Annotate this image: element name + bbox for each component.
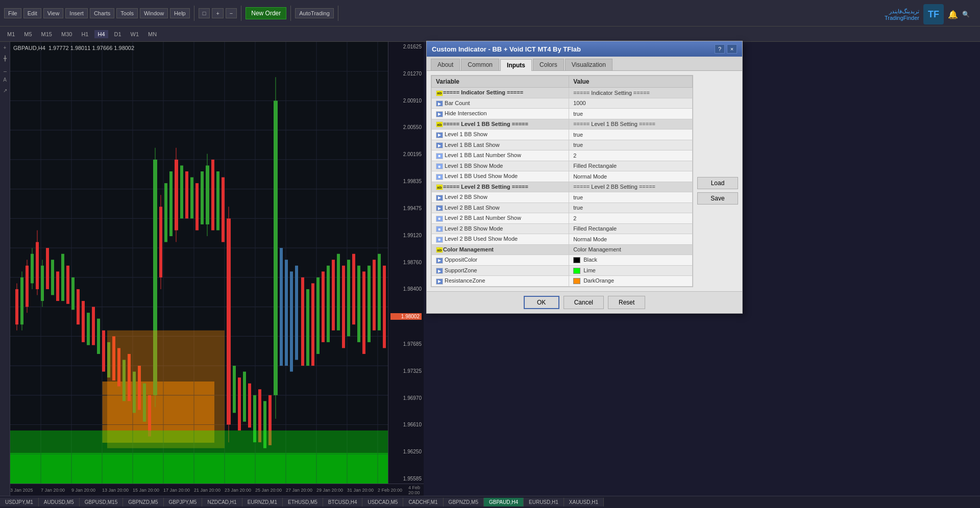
modal-titlebar: Custom Indicator - BB + Void ICT MT4 By … bbox=[427, 41, 742, 57]
table-row: ■ Level 1 BB Show ModeFilled Rectangale bbox=[432, 161, 693, 171]
svg-rect-77 bbox=[222, 177, 225, 242]
view-menu[interactable]: View bbox=[43, 8, 64, 18]
symbol-tab-gbpjpym5[interactable]: GBPJPY,M5 bbox=[164, 498, 203, 506]
tf-mn[interactable]: MN bbox=[145, 30, 160, 38]
notification-icon[interactable]: 🔔 bbox=[948, 10, 958, 19]
tf-m30[interactable]: M30 bbox=[58, 30, 75, 38]
table-row: ▶ Level 1 BB Showtrue bbox=[432, 130, 693, 140]
symbol-tab-xauusdh1[interactable]: XAUUSD,H1 bbox=[564, 498, 604, 506]
svg-rect-69 bbox=[185, 171, 188, 218]
symbol-tab-nzdcadh1[interactable]: NZDCAD,H1 bbox=[202, 498, 242, 506]
time-label-6: 17 Jan 20:00 bbox=[163, 488, 190, 493]
time-label-8: 23 Jan 20:00 bbox=[225, 488, 251, 493]
table-row: ▶ Hide Intersectiontrue bbox=[432, 109, 693, 119]
symbol-tab-gbpusdm15[interactable]: GBPUSD,M15 bbox=[80, 498, 123, 506]
symbol-tab-usdjpym1[interactable]: USDJPY,M1 bbox=[0, 498, 39, 506]
table-row: ▶ ResistanceZoneDarkOrange bbox=[432, 276, 693, 287]
modal-close-button[interactable]: × bbox=[727, 44, 737, 54]
cancel-button[interactable]: Cancel bbox=[564, 296, 604, 309]
modal-dialog: Custom Indicator - BB + Void ICT MT4 By … bbox=[426, 41, 743, 314]
window-menu[interactable]: Window bbox=[140, 8, 168, 18]
price-1-99475: 1.99475 bbox=[390, 206, 422, 211]
arrow-icon[interactable]: ↗ bbox=[2, 87, 8, 94]
current-price-label: 1.98002 bbox=[390, 313, 422, 320]
left-sidebar: + ╋ ⎯ A ↗ bbox=[0, 42, 10, 508]
crosshair-icon[interactable]: ╋ bbox=[3, 55, 8, 62]
time-label-3: 9 Jan 20:00 bbox=[71, 488, 95, 493]
tab-common[interactable]: Common bbox=[461, 59, 499, 70]
tab-visualization[interactable]: Visualization bbox=[565, 59, 612, 70]
text-icon[interactable]: A bbox=[2, 76, 8, 84]
time-label-1: 3 Jan 2025 bbox=[10, 488, 33, 493]
col-variable: Variable bbox=[432, 76, 569, 88]
second-toolbar: M1 M5 M15 M30 H1 H4 D1 W1 MN bbox=[0, 27, 980, 42]
modal-help-button[interactable]: ? bbox=[715, 44, 725, 54]
search-icon[interactable]: 🔍 bbox=[962, 11, 970, 18]
tf-m5[interactable]: M5 bbox=[21, 30, 35, 38]
price-2-00195: 2.00195 bbox=[390, 151, 422, 157]
price-scale: 2.01625 2.01270 2.00910 2.00550 2.00195 … bbox=[388, 42, 424, 484]
charts-menu[interactable]: Charts bbox=[90, 8, 114, 18]
tf-h1[interactable]: H1 bbox=[78, 30, 91, 38]
logo-text: تریدینگ‌فایندر TradingFinder bbox=[885, 8, 919, 21]
svg-rect-107 bbox=[357, 266, 360, 342]
tf-h4[interactable]: H4 bbox=[94, 30, 108, 38]
reset-button[interactable]: Reset bbox=[608, 296, 645, 309]
tab-inputs[interactable]: Inputs bbox=[500, 59, 532, 71]
tf-m1[interactable]: M1 bbox=[4, 30, 18, 38]
tf-d1[interactable]: D1 bbox=[111, 30, 125, 38]
table-row: ▶ SupportZoneLime bbox=[432, 265, 693, 276]
symbol-tab-gbpaudh4[interactable]: GBPAUD,H4 bbox=[484, 498, 524, 506]
ok-button[interactable]: OK bbox=[524, 296, 559, 309]
svg-rect-70 bbox=[190, 177, 193, 219]
time-label-11: 29 Jan 20:00 bbox=[316, 488, 343, 493]
load-button[interactable]: Load bbox=[697, 177, 738, 189]
line-icon[interactable]: ⎯ bbox=[3, 65, 8, 73]
svg-rect-48 bbox=[92, 307, 95, 345]
symbol-tab-eurnzdm1[interactable]: EURNZD,M1 bbox=[242, 498, 283, 506]
svg-rect-80 bbox=[233, 366, 236, 413]
svg-rect-91 bbox=[285, 260, 288, 366]
autotrading-btn[interactable]: AutoTrading bbox=[295, 8, 334, 18]
svg-rect-83 bbox=[248, 384, 251, 428]
edit-menu[interactable]: Edit bbox=[23, 8, 41, 18]
tf-w1[interactable]: W1 bbox=[128, 30, 142, 38]
cursor-icon[interactable]: + bbox=[3, 44, 8, 52]
svg-rect-98 bbox=[311, 283, 314, 366]
table-row: ■ Level 2 BB Show ModeFilled Rectangale bbox=[432, 223, 693, 234]
tf-m15[interactable]: M15 bbox=[38, 30, 55, 38]
symbol-tab-eurusdh1[interactable]: EURUSD,H1 bbox=[524, 498, 564, 506]
time-label-12: 31 Jan 20:00 bbox=[347, 488, 374, 493]
tab-colors[interactable]: Colors bbox=[533, 59, 564, 70]
price-1-95585: 1.95585 bbox=[390, 476, 422, 481]
new-chart-btn[interactable]: □ bbox=[199, 8, 210, 18]
tab-about[interactable]: About bbox=[431, 59, 460, 70]
help-menu[interactable]: Help bbox=[170, 8, 190, 18]
params-table-scroll[interactable]: Variable Value ab===== Indicator Setting… bbox=[431, 75, 693, 287]
table-row: ■ Level 2 BB Used Show ModeNormal Mode bbox=[432, 234, 693, 245]
price-1-99835: 1.99835 bbox=[390, 179, 422, 184]
save-button[interactable]: Save bbox=[697, 192, 738, 205]
svg-rect-47 bbox=[87, 313, 90, 345]
symbol-tab-audusdm5[interactable]: AUDUSD,M5 bbox=[39, 498, 80, 506]
zoom-in-btn[interactable]: + bbox=[212, 8, 223, 18]
table-row: ▶ OppositColorBlack bbox=[432, 255, 693, 266]
svg-rect-92 bbox=[290, 271, 293, 371]
table-row: ab===== Level 1 BB Setting ========== Le… bbox=[432, 119, 693, 130]
insert-menu[interactable]: Insert bbox=[65, 8, 88, 18]
symbol-tab-cadchfm1[interactable]: CADCHF,M1 bbox=[403, 498, 443, 506]
file-menu[interactable]: File bbox=[4, 8, 21, 18]
zoom-out-btn[interactable]: − bbox=[226, 8, 237, 18]
svg-rect-71 bbox=[195, 183, 199, 230]
bottom-symbol-bar: USDJPY,M1AUDUSD,M5GBPUSD,M15GBPNZD,M5GBP… bbox=[0, 496, 980, 508]
symbol-tab-usdcadm5[interactable]: USDCAD,M5 bbox=[362, 498, 403, 506]
symbol-tab-gbpnzdm5[interactable]: GBPNZD,M5 bbox=[123, 498, 163, 506]
svg-rect-104 bbox=[342, 266, 345, 348]
symbol-tab-btcusdh4[interactable]: BTCUSD,H4 bbox=[323, 498, 363, 506]
new-order-button[interactable]: New Order bbox=[246, 7, 286, 19]
symbol-tab-gbpnzdm5[interactable]: GBPNZD,M5 bbox=[444, 498, 484, 506]
params-tbody: ab===== Indicator Setting ========== Ind… bbox=[432, 88, 693, 287]
table-row: ▶ Level 2 BB Showtrue bbox=[432, 192, 693, 203]
symbol-tab-ethusdm5[interactable]: ETHUSD,M5 bbox=[283, 498, 323, 506]
tools-menu[interactable]: Tools bbox=[116, 8, 138, 18]
